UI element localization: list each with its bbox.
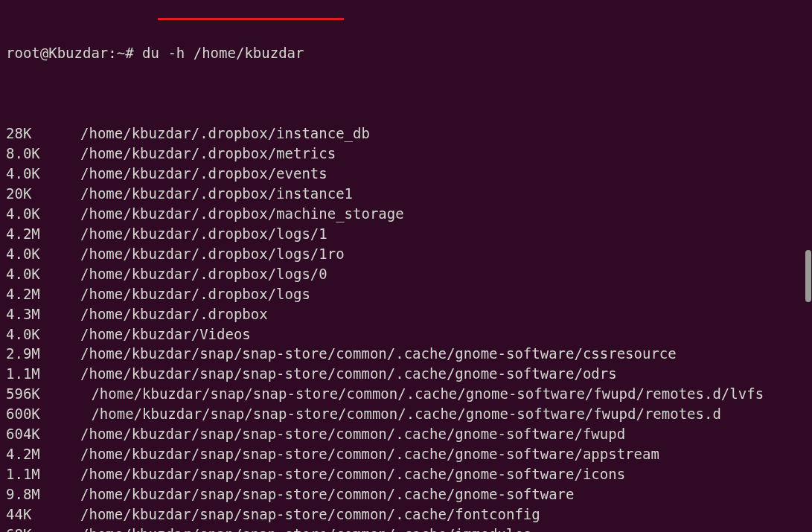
size-value: 1.1M [6, 364, 80, 384]
path-value: /home/kbuzdar/snap/snap-store/common/.ca… [80, 506, 540, 522]
size-value: 604K [6, 424, 80, 444]
size-value: 28K [6, 124, 80, 144]
command-underline [158, 18, 344, 20]
output-row: 1.1M/home/kbuzdar/snap/snap-store/common… [6, 364, 806, 384]
output-row: 600K /home/kbuzdar/snap/snap-store/commo… [6, 404, 806, 424]
path-value: /home/kbuzdar/.dropbox/machine_storage [80, 205, 404, 222]
size-value: 20K [6, 184, 80, 204]
path-value: /home/kbuzdar/.dropbox/instance1 [80, 185, 353, 202]
path-value: /home/kbuzdar/.dropbox [80, 306, 268, 322]
output-row: 9.8M/home/kbuzdar/snap/snap-store/common… [6, 484, 806, 504]
output-row: 28K/home/kbuzdar/.dropbox/instance_db [6, 124, 806, 144]
scrollbar-thumb[interactable] [805, 250, 811, 302]
terminal-output[interactable]: root@Kbuzdar:~# du -h /home/kbuzdar 28K/… [6, 3, 806, 532]
prompt-line: root@Kbuzdar:~# du -h /home/kbuzdar [6, 43, 806, 63]
path-value: /home/kbuzdar/.dropbox/logs [80, 286, 310, 302]
path-value: /home/kbuzdar/.dropbox/instance_db [80, 125, 370, 141]
size-value: 4.2M [6, 224, 80, 244]
command-text: du -h /home/kbuzdar [142, 45, 304, 61]
path-value: /home/kbuzdar/snap/snap-store/common/.ca… [80, 466, 625, 482]
size-value: 9.8M [6, 484, 80, 504]
size-value: 4.0K [6, 264, 80, 284]
output-row: 4.2M/home/kbuzdar/.dropbox/logs [6, 284, 806, 304]
size-value: 1.1M [6, 464, 80, 484]
size-value: 4.3M [6, 304, 80, 324]
size-value: 2.9M [6, 344, 80, 364]
output-row: 4.0K/home/kbuzdar/.dropbox/machine_stora… [6, 204, 806, 224]
output-row: 4.3M/home/kbuzdar/.dropbox [6, 304, 806, 324]
output-row: 2.9M/home/kbuzdar/snap/snap-store/common… [6, 344, 806, 364]
output-row: 4.0K/home/kbuzdar/.dropbox/logs/0 [6, 264, 806, 284]
path-value: /home/kbuzdar/snap/snap-store/common/.ca… [80, 345, 677, 362]
output-row: 4.0K/home/kbuzdar/Videos [6, 324, 806, 344]
size-value: 8.0K [6, 144, 80, 164]
path-value: /home/kbuzdar/snap/snap-store/common/.ca… [80, 365, 617, 382]
output-row: 4.0K/home/kbuzdar/.dropbox/logs/1ro [6, 244, 806, 264]
output-row: 1.1M/home/kbuzdar/snap/snap-store/common… [6, 464, 806, 484]
path-value: /home/kbuzdar/snap/snap-store/common/.ca… [80, 446, 659, 462]
size-value: 4.2M [6, 284, 80, 304]
size-value: 68K [6, 525, 80, 532]
output-row: 4.2M/home/kbuzdar/snap/snap-store/common… [6, 444, 806, 464]
output-row: 4.2M/home/kbuzdar/.dropbox/logs/1 [6, 224, 806, 244]
size-value: 4.2M [6, 444, 80, 464]
path-value: /home/kbuzdar/snap/snap-store/common/.ca… [80, 426, 625, 442]
output-row: 20K/home/kbuzdar/.dropbox/instance1 [6, 184, 806, 204]
output-row: 4.0K/home/kbuzdar/.dropbox/events [6, 164, 806, 184]
output-row: 68K/home/kbuzdar/snap/snap-store/common/… [6, 525, 806, 532]
path-value: /home/kbuzdar/snap/snap-store/common/.ca… [80, 486, 574, 502]
size-value: 44K [6, 504, 80, 525]
path-value: /home/kbuzdar/.dropbox/logs/1 [80, 225, 327, 242]
output-row: 8.0K/home/kbuzdar/.dropbox/metrics [6, 144, 806, 164]
size-value: 4.0K [6, 204, 80, 224]
size-value: 4.0K [6, 164, 80, 184]
output-row: 596K /home/kbuzdar/snap/snap-store/commo… [6, 384, 806, 404]
path-value: /home/kbuzdar/.dropbox/logs/0 [80, 266, 327, 282]
scrollbar[interactable] [805, 0, 812, 532]
path-value: /home/kbuzdar/snap/snap-store/common/.ca… [80, 526, 531, 532]
path-value: /home/kbuzdar/Videos [80, 326, 251, 342]
path-value: /home/kbuzdar/.dropbox/metrics [80, 145, 336, 161]
prompt-user: root@Kbuzdar:~# [6, 45, 134, 61]
size-value: 4.0K [6, 244, 80, 264]
size-value: 4.0K [6, 324, 80, 344]
output-row: 604K/home/kbuzdar/snap/snap-store/common… [6, 424, 806, 444]
path-value: /home/kbuzdar/.dropbox/logs/1ro [80, 246, 345, 262]
output-row: 44K/home/kbuzdar/snap/snap-store/common/… [6, 504, 806, 525]
output-container: 28K/home/kbuzdar/.dropbox/instance_db8.0… [6, 124, 806, 532]
path-value: /home/kbuzdar/.dropbox/events [80, 165, 327, 182]
